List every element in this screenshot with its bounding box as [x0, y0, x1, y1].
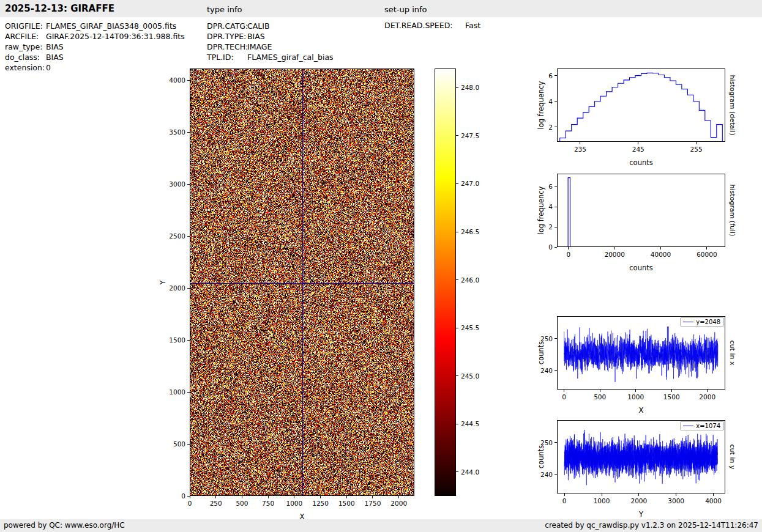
x-tick-label: 0 — [562, 393, 566, 401]
metadata-label: ARCFILE: — [5, 31, 46, 42]
colorbar-tick-label: 244.5 — [461, 420, 479, 427]
metadata-value: BIAS — [46, 42, 64, 51]
x-tick-label: 250 — [210, 500, 222, 507]
x-tick-mark — [372, 496, 373, 498]
x-tick-mark — [635, 390, 636, 392]
x-tick-label: 255 — [690, 146, 703, 153]
x-axis-label: X — [639, 406, 644, 415]
x-tick-mark — [660, 247, 661, 249]
metadata-label: raw_type: — [5, 42, 46, 52]
cut-in-y-plot: 01000200030004000240250Ycountscut in yx=… — [557, 420, 725, 493]
y-tick-mark — [187, 184, 190, 185]
x-tick-mark — [600, 390, 600, 392]
colorbar-tick-mark — [456, 328, 458, 328]
metadata-value: CALIB — [247, 21, 270, 31]
colorbar-tick-label: 246.5 — [461, 228, 479, 235]
metadata-label: DPR.TYPE: — [207, 31, 247, 42]
colorbar-tick-label: 247.0 — [461, 180, 479, 187]
x-tick-mark — [638, 493, 639, 496]
setup-info-heading: set-up info — [384, 5, 427, 14]
x-tick-mark — [602, 493, 602, 496]
x-tick-label: 1750 — [365, 500, 381, 507]
x-tick-label: 40000 — [651, 251, 671, 258]
metadata-value: Fast — [465, 21, 480, 30]
plot-line-svg — [557, 68, 725, 142]
x-tick-mark — [696, 142, 697, 144]
x-tick-mark — [638, 142, 638, 144]
y-tick-label: 0 — [181, 492, 185, 500]
plot-right-title: histogram (full) — [728, 185, 736, 237]
y-axis-label: counts — [537, 445, 545, 468]
colorbar-tick-label: 248.0 — [461, 84, 479, 91]
qc-link[interactable]: www.eso.org/HC — [65, 521, 125, 530]
x-tick-label: 1500 — [663, 393, 680, 401]
setup-info-column: DET.READ.SPEED:Fast — [384, 20, 480, 31]
x-tick-label: 60000 — [697, 251, 717, 258]
y-tick-label: 0 — [548, 243, 553, 251]
y-tick-label: 4000 — [169, 76, 185, 84]
x-tick-label: 1500 — [338, 500, 355, 507]
metadata-label: DPR.CATG: — [207, 21, 247, 31]
x-tick-label: 1000 — [627, 393, 644, 401]
bias-image-plot: 0250500750100012501500175020000500100015… — [190, 68, 414, 496]
x-tick-label: 0 — [566, 251, 570, 258]
x-tick-label: 20000 — [604, 251, 624, 258]
metadata-label: extension: — [5, 62, 46, 73]
file-metadata-column: ORIGFILE:FLAMES_GIRAF_BIAS348_0005.fitsA… — [5, 21, 185, 73]
x-tick-label: 1000 — [286, 500, 302, 507]
colorbar-gradient — [435, 68, 456, 496]
y-axis-label: counts — [537, 341, 545, 364]
metadata-row: DPR.CATG:CALIB — [207, 21, 334, 31]
metadata-label: do_class: — [5, 52, 46, 62]
metadata-row: DPR.TYPE:BIAS — [207, 31, 334, 42]
plot-line-svg — [557, 316, 725, 390]
x-tick-label: 245 — [632, 146, 644, 153]
plot-line-svg — [557, 174, 725, 247]
legend-cut_y: x=1074 — [680, 421, 724, 430]
legend-line-sample — [683, 322, 693, 322]
y-tick-mark — [187, 288, 190, 289]
metadata-label: DPR.TECH: — [207, 42, 247, 52]
x-tick-mark — [676, 493, 676, 496]
x-tick-mark — [190, 496, 190, 498]
footer-created-by: created by qc_rawdisp.py v1.2.3 on 2025-… — [545, 521, 758, 530]
x-tick-mark — [346, 496, 347, 498]
page-title: 2025-12-13: GIRAFFE — [5, 3, 114, 14]
plot-right-title: histogram (detail) — [728, 75, 736, 136]
y-tick-label: 3000 — [169, 180, 185, 188]
metadata-row: ORIGFILE:FLAMES_GIRAF_BIAS348_0005.fits — [5, 21, 185, 31]
y-tick-mark — [187, 496, 190, 497]
x-tick-mark — [706, 247, 707, 249]
x-tick-mark — [568, 247, 569, 249]
legend-label: y=2048 — [696, 319, 720, 325]
y-tick-label: 4 — [548, 98, 553, 105]
x-tick-label: 1250 — [312, 500, 329, 507]
y-tick-label: 240 — [540, 367, 553, 374]
plot-right-title: cut in x — [728, 341, 736, 366]
metadata-value: FLAMES_GIRAF_BIAS348_0005.fits — [46, 21, 176, 31]
powered-by-label: powered by QC: — [4, 521, 65, 530]
histogram-full-plot: 02000040000600000246countslog frequencyh… — [557, 174, 725, 247]
x-tick-label: 0 — [188, 500, 192, 507]
x-tick-mark — [320, 496, 321, 498]
metadata-value: IMAGE — [247, 42, 272, 51]
x-tick-mark — [713, 493, 714, 496]
y-tick-label: 2 — [548, 124, 553, 131]
metadata-value: 0 — [46, 63, 51, 72]
colorbar-tick-mark — [456, 232, 458, 232]
x-tick-label: 3000 — [668, 497, 684, 504]
colorbar-tick-label: 245.5 — [461, 324, 479, 331]
y-tick-label: 240 — [540, 471, 553, 478]
metadata-row: ARCFILE:GIRAF.2025-12-14T09:36:31.988.fi… — [5, 31, 185, 42]
y-tick-label: 3500 — [169, 128, 185, 136]
metadata-row: DET.READ.SPEED:Fast — [384, 20, 480, 31]
x-tick-mark — [294, 496, 294, 498]
colorbar-tick-mark — [456, 424, 458, 424]
histogram-detail-plot: 235245255246countslog frequencyhistogram… — [557, 68, 725, 142]
colorbar-tick-label: 247.5 — [461, 132, 479, 139]
y-tick-label: 1000 — [169, 388, 185, 396]
colorbar: 244.0244.5245.0245.5246.0246.5247.0247.5… — [435, 68, 456, 496]
metadata-row: extension:0 — [5, 62, 185, 73]
x-tick-mark — [614, 247, 615, 249]
y-tick-mark — [187, 236, 190, 237]
